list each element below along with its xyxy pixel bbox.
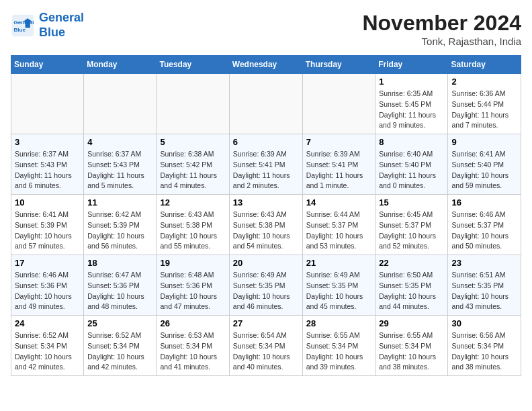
logo-icon: General Blue — [11, 13, 35, 38]
day-detail: Sunrise: 6:52 AM Sunset: 5:34 PM Dayligh… — [15, 330, 80, 373]
day-number: 21 — [306, 258, 372, 268]
day-detail: Sunrise: 6:47 AM Sunset: 5:36 PM Dayligh… — [87, 270, 152, 312]
day-cell: 16Sunrise: 6:46 AM Sunset: 5:37 PM Dayli… — [448, 195, 521, 255]
day-number: 12 — [160, 197, 225, 208]
day-detail: Sunrise: 6:35 AM Sunset: 5:45 PM Dayligh… — [379, 89, 444, 131]
location-subtitle: Tonk, Rajasthan, India — [362, 36, 521, 47]
day-cell — [302, 74, 375, 134]
weekday-header-row: SundayMondayTuesdayWednesdayThursdayFrid… — [11, 56, 521, 74]
day-number: 5 — [160, 137, 225, 147]
day-detail: Sunrise: 6:46 AM Sunset: 5:36 PM Dayligh… — [15, 270, 80, 312]
day-detail: Sunrise: 6:49 AM Sunset: 5:35 PM Dayligh… — [306, 270, 372, 312]
day-detail: Sunrise: 6:56 AM Sunset: 5:34 PM Dayligh… — [451, 330, 517, 373]
day-number: 14 — [306, 197, 372, 208]
day-detail: Sunrise: 6:38 AM Sunset: 5:42 PM Dayligh… — [160, 149, 225, 191]
logo-line2: Blue — [39, 26, 65, 39]
day-number: 2 — [451, 77, 517, 87]
week-row-3: 10Sunrise: 6:41 AM Sunset: 5:39 PM Dayli… — [11, 195, 521, 255]
day-number: 16 — [451, 197, 517, 208]
week-row-2: 3Sunrise: 6:37 AM Sunset: 5:43 PM Daylig… — [11, 134, 521, 195]
day-detail: Sunrise: 6:39 AM Sunset: 5:41 PM Dayligh… — [306, 149, 372, 191]
day-detail: Sunrise: 6:55 AM Sunset: 5:34 PM Dayligh… — [306, 330, 372, 373]
day-cell: 21Sunrise: 6:49 AM Sunset: 5:35 PM Dayli… — [302, 255, 375, 316]
day-cell: 17Sunrise: 6:46 AM Sunset: 5:36 PM Dayli… — [11, 255, 84, 316]
day-detail: Sunrise: 6:52 AM Sunset: 5:34 PM Dayligh… — [87, 330, 152, 373]
day-cell: 26Sunrise: 6:53 AM Sunset: 5:34 PM Dayli… — [157, 316, 229, 376]
day-detail: Sunrise: 6:43 AM Sunset: 5:38 PM Dayligh… — [233, 210, 299, 252]
day-detail: Sunrise: 6:44 AM Sunset: 5:37 PM Dayligh… — [306, 210, 372, 252]
day-cell: 5Sunrise: 6:38 AM Sunset: 5:42 PM Daylig… — [157, 134, 229, 195]
day-detail: Sunrise: 6:43 AM Sunset: 5:38 PM Dayligh… — [160, 210, 225, 252]
day-number: 7 — [306, 137, 372, 147]
page-header: General Blue General Blue November 2024 … — [11, 11, 521, 47]
day-cell: 28Sunrise: 6:55 AM Sunset: 5:34 PM Dayli… — [302, 316, 375, 376]
day-cell: 23Sunrise: 6:51 AM Sunset: 5:35 PM Dayli… — [448, 255, 521, 316]
day-number: 29 — [379, 318, 444, 328]
day-number: 15 — [379, 197, 444, 208]
day-number: 28 — [306, 318, 372, 328]
day-number: 8 — [379, 137, 444, 147]
svg-text:General: General — [14, 19, 34, 26]
logo: General Blue General Blue — [11, 11, 84, 40]
day-detail: Sunrise: 6:53 AM Sunset: 5:34 PM Dayligh… — [160, 330, 225, 373]
day-number: 4 — [87, 137, 152, 147]
day-cell: 22Sunrise: 6:50 AM Sunset: 5:35 PM Dayli… — [375, 255, 448, 316]
weekday-header-thursday: Thursday — [302, 56, 375, 74]
day-detail: Sunrise: 6:50 AM Sunset: 5:35 PM Dayligh… — [379, 270, 444, 312]
day-cell: 27Sunrise: 6:54 AM Sunset: 5:34 PM Dayli… — [229, 316, 302, 376]
day-cell: 3Sunrise: 6:37 AM Sunset: 5:43 PM Daylig… — [11, 134, 84, 195]
day-detail: Sunrise: 6:42 AM Sunset: 5:39 PM Dayligh… — [87, 210, 152, 252]
day-number: 11 — [87, 197, 152, 208]
day-detail: Sunrise: 6:55 AM Sunset: 5:34 PM Dayligh… — [379, 330, 444, 373]
day-number: 18 — [87, 258, 152, 268]
day-cell: 2Sunrise: 6:36 AM Sunset: 5:44 PM Daylig… — [448, 74, 521, 134]
day-number: 27 — [233, 318, 299, 328]
week-row-1: 1Sunrise: 6:35 AM Sunset: 5:45 PM Daylig… — [11, 74, 521, 134]
day-cell: 19Sunrise: 6:48 AM Sunset: 5:36 PM Dayli… — [157, 255, 229, 316]
day-cell: 24Sunrise: 6:52 AM Sunset: 5:34 PM Dayli… — [11, 316, 84, 376]
day-number: 10 — [15, 197, 80, 208]
weekday-header-sunday: Sunday — [11, 56, 84, 74]
day-detail: Sunrise: 6:39 AM Sunset: 5:41 PM Dayligh… — [233, 149, 299, 191]
day-detail: Sunrise: 6:45 AM Sunset: 5:37 PM Dayligh… — [379, 210, 444, 252]
day-cell: 13Sunrise: 6:43 AM Sunset: 5:38 PM Dayli… — [229, 195, 302, 255]
day-detail: Sunrise: 6:41 AM Sunset: 5:39 PM Dayligh… — [15, 210, 80, 252]
weekday-header-wednesday: Wednesday — [229, 56, 302, 74]
weekday-header-friday: Friday — [375, 56, 448, 74]
day-number: 1 — [379, 77, 444, 87]
day-number: 9 — [451, 137, 517, 147]
month-title: November 2024 — [362, 11, 521, 36]
day-cell — [11, 74, 84, 134]
day-detail: Sunrise: 6:41 AM Sunset: 5:40 PM Dayligh… — [451, 149, 517, 191]
calendar-table: SundayMondayTuesdayWednesdayThursdayFrid… — [11, 55, 521, 376]
day-cell — [84, 74, 157, 134]
day-detail: Sunrise: 6:37 AM Sunset: 5:43 PM Dayligh… — [87, 149, 152, 191]
day-number: 3 — [15, 137, 80, 147]
day-number: 17 — [15, 258, 80, 268]
day-number: 24 — [15, 318, 80, 328]
day-cell — [157, 74, 229, 134]
svg-text:Blue: Blue — [14, 27, 26, 33]
day-number: 30 — [451, 318, 517, 328]
day-cell: 11Sunrise: 6:42 AM Sunset: 5:39 PM Dayli… — [84, 195, 157, 255]
day-number: 19 — [160, 258, 225, 268]
day-detail: Sunrise: 6:54 AM Sunset: 5:34 PM Dayligh… — [233, 330, 299, 373]
day-detail: Sunrise: 6:46 AM Sunset: 5:37 PM Dayligh… — [451, 210, 517, 252]
day-cell: 25Sunrise: 6:52 AM Sunset: 5:34 PM Dayli… — [84, 316, 157, 376]
day-cell: 20Sunrise: 6:49 AM Sunset: 5:35 PM Dayli… — [229, 255, 302, 316]
day-cell: 15Sunrise: 6:45 AM Sunset: 5:37 PM Dayli… — [375, 195, 448, 255]
day-cell — [229, 74, 302, 134]
day-cell: 30Sunrise: 6:56 AM Sunset: 5:34 PM Dayli… — [448, 316, 521, 376]
day-cell: 12Sunrise: 6:43 AM Sunset: 5:38 PM Dayli… — [157, 195, 229, 255]
day-cell: 9Sunrise: 6:41 AM Sunset: 5:40 PM Daylig… — [448, 134, 521, 195]
weekday-header-tuesday: Tuesday — [157, 56, 229, 74]
weekday-header-monday: Monday — [84, 56, 157, 74]
day-cell: 4Sunrise: 6:37 AM Sunset: 5:43 PM Daylig… — [84, 134, 157, 195]
day-cell: 7Sunrise: 6:39 AM Sunset: 5:41 PM Daylig… — [302, 134, 375, 195]
day-number: 13 — [233, 197, 299, 208]
day-number: 6 — [233, 137, 299, 147]
day-detail: Sunrise: 6:36 AM Sunset: 5:44 PM Dayligh… — [451, 89, 517, 131]
day-detail: Sunrise: 6:49 AM Sunset: 5:35 PM Dayligh… — [233, 270, 299, 312]
title-block: November 2024 Tonk, Rajasthan, India — [362, 11, 521, 47]
day-detail: Sunrise: 6:51 AM Sunset: 5:35 PM Dayligh… — [451, 270, 517, 312]
